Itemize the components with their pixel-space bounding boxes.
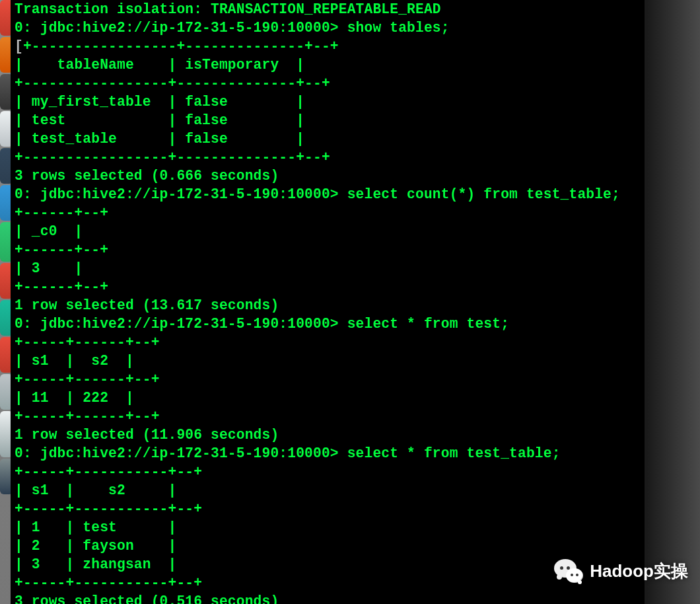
table-border: +------+--+: [15, 242, 108, 258]
watermark-text: Hadoop实操: [590, 560, 688, 583]
table-header: | tableName | isTemporary |: [15, 57, 304, 73]
table-row: | my_first_table | false |: [15, 94, 304, 110]
table-row: | 2 | fayson |: [15, 538, 176, 554]
table-row: | 3 | zhangsan |: [15, 556, 176, 572]
table-border: +-----+------+--+: [15, 371, 160, 387]
table-border: +-----+-----------+--+: [15, 501, 202, 517]
table-header: | s1 | s2 |: [15, 353, 134, 369]
result-footer: 1 row selected (13.617 seconds): [15, 297, 279, 313]
table-header: | s1 | s2 |: [15, 482, 176, 498]
terminal-command: select * from test;: [347, 316, 509, 332]
terminal-command: select count(*) from test_table;: [347, 186, 620, 202]
table-border: +-----------------+--------------+--+: [15, 75, 330, 91]
result-footer: 3 rows selected (0.666 seconds): [15, 168, 279, 184]
table-border: +-----------------+--------------+--+: [23, 38, 339, 54]
wechat-icon: [554, 559, 583, 583]
result-footer: 1 row selected (11.906 seconds): [15, 427, 279, 443]
terminal-line: Transaction isolation: TRANSACTION_REPEA…: [15, 1, 441, 17]
terminal-prompt: 0: jdbc:hive2://ip-172-31-5-190:10000>: [15, 445, 339, 461]
table-border: +------+--+: [15, 279, 108, 295]
table-row: | test_table | false |: [15, 131, 304, 147]
table-border: +-----+-----------+--+: [15, 464, 202, 480]
table-border: +-----+-----------+--+: [15, 575, 202, 591]
table-row: | test | false |: [15, 112, 304, 128]
bracket-mark: [: [15, 38, 23, 54]
table-header: | _c0 |: [15, 223, 83, 239]
terminal-prompt: 0: jdbc:hive2://ip-172-31-5-190:10000>: [15, 20, 339, 36]
table-border: +------+--+: [15, 205, 108, 221]
terminal-command: select * from test_table;: [347, 445, 561, 461]
table-border: +-----+------+--+: [15, 408, 160, 424]
result-footer: 3 rows selected (0.516 seconds): [15, 593, 279, 604]
terminal-prompt: 0: jdbc:hive2://ip-172-31-5-190:10000>: [15, 316, 339, 332]
table-row: | 3 |: [15, 260, 83, 276]
table-border: +-----------------+--------------+--+: [15, 149, 330, 165]
background-fade: [647, 0, 700, 604]
terminal-prompt: 0: jdbc:hive2://ip-172-31-5-190:10000>: [15, 186, 339, 202]
table-row: | 11 | 222 |: [15, 390, 134, 406]
table-row: | 1 | test |: [15, 519, 176, 535]
terminal-command: show tables;: [347, 20, 450, 36]
watermark: Hadoop实操: [554, 559, 688, 583]
table-border: +-----+------+--+: [15, 334, 160, 350]
terminal-window[interactable]: Transaction isolation: TRANSACTION_REPEA…: [11, 0, 645, 604]
